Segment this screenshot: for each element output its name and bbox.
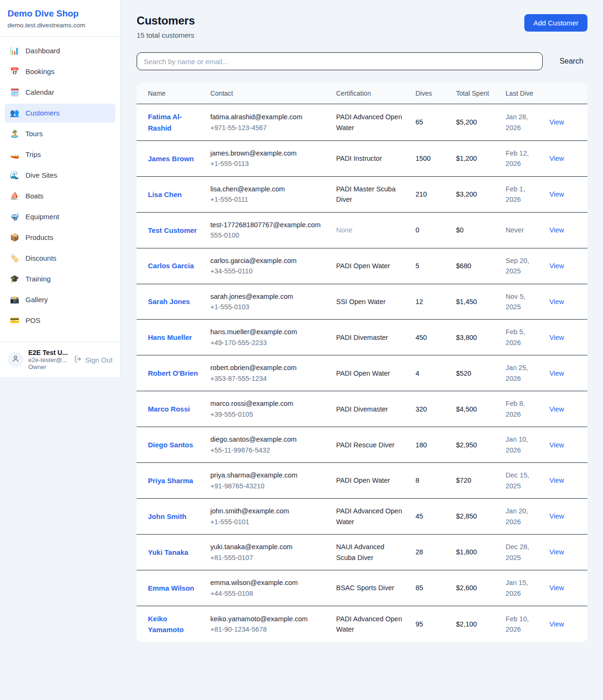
view-link[interactable]: View (549, 118, 564, 126)
customer-email: marco.rossi@example.com (211, 398, 325, 409)
customer-total-spent: $2,850 (456, 512, 477, 520)
customer-dives: 210 (416, 190, 427, 198)
view-link[interactable]: View (549, 190, 564, 198)
customer-dives: 4 (416, 370, 419, 377)
main-content: Customers 15 total customers Add Custome… (121, 0, 603, 655)
customer-name-link[interactable]: Priya Sharma (148, 477, 193, 485)
customer-total-spent: $5,200 (456, 118, 477, 126)
customer-email: fatima.alrashid@example.com (211, 112, 325, 122)
sidebar-item-label: Dashboard (25, 47, 60, 55)
customer-dives: 5 (416, 262, 419, 270)
page-title: Customers (137, 14, 195, 27)
customer-name-link[interactable]: Diego Santos (148, 441, 193, 449)
view-link[interactable]: View (549, 155, 564, 162)
customer-last-dive: Never (505, 226, 524, 234)
customer-name-link[interactable]: Carlos Garcia (148, 262, 194, 270)
customers-table-card: NameContactCertificationDivesTotal Spent… (137, 83, 587, 642)
sidebar: Demo Dive Shop demo.test.divestreams.com… (0, 0, 121, 377)
tours-icon: 🏝️ (9, 129, 20, 138)
view-link[interactable]: View (549, 262, 564, 270)
customer-name-link[interactable]: Marco Rossi (148, 405, 190, 413)
sidebar-item-products[interactable]: 📦Products (5, 228, 115, 247)
search-button[interactable]: Search (555, 57, 587, 66)
sidebar-item-boats[interactable]: ⛵Boats (5, 187, 115, 206)
column-header-last-dive: Last Dive (500, 83, 544, 104)
view-link[interactable]: View (549, 370, 564, 377)
sidebar-item-gallery[interactable]: 📸Gallery (5, 290, 115, 309)
view-link[interactable]: View (549, 298, 564, 305)
trips-icon: 🚤 (9, 150, 20, 159)
table-row: Emma Wilson emma.wilson@example.com +44-… (137, 570, 587, 606)
customer-certification: PADI Instructor (336, 155, 382, 162)
view-link[interactable]: View (549, 226, 564, 234)
customer-name-link[interactable]: Test Customer (148, 226, 197, 234)
customer-phone: +39-555-0105 (211, 409, 325, 420)
customer-name-link[interactable]: Sarah Jones (148, 297, 190, 305)
sidebar-item-equipment[interactable]: 🤿Equipment (5, 207, 115, 226)
customer-last-dive: Jan 20, 2026 (505, 507, 528, 525)
sidebar-item-customers[interactable]: 👥Customers (5, 104, 115, 123)
user-meta: E2E Test U... e2e-tester@... Owner (28, 349, 69, 371)
customer-name-link[interactable]: Robert O'Brien (148, 369, 198, 377)
calendar-icon: 🗓️ (9, 88, 20, 97)
table-row: Fatima Al-Rashid fatima.alrashid@example… (137, 104, 587, 141)
customer-name-link[interactable]: James Brown (148, 155, 194, 163)
sidebar-item-trips[interactable]: 🚤Trips (5, 145, 115, 164)
customer-name-link[interactable]: Lisa Chen (148, 190, 182, 198)
user-section: E2E Test U... e2e-tester@... Owner Sign … (0, 342, 120, 377)
sidebar-item-label: Discounts (25, 254, 57, 262)
customer-dives: 320 (416, 405, 427, 413)
sidebar-item-bookings[interactable]: 📅Bookings (5, 62, 115, 81)
bookings-icon: 📅 (9, 67, 20, 76)
table-row: Marco Rossi marco.rossi@example.com +39-… (137, 391, 587, 427)
customer-certification: PADI Advanced Open Water (336, 507, 402, 525)
page-header: Customers 15 total customers Add Custome… (137, 14, 587, 39)
customer-name-link[interactable]: Fatima Al-Rashid (148, 113, 182, 132)
view-link[interactable]: View (549, 620, 564, 628)
customer-name-link[interactable]: Yuki Tanaka (148, 548, 188, 556)
sidebar-item-discounts[interactable]: 🏷️Discounts (5, 249, 115, 268)
sidebar-item-training[interactable]: 🎓Training (5, 270, 115, 288)
add-customer-button[interactable]: Add Customer (524, 14, 587, 32)
customer-email: priya.sharma@example.com (211, 470, 325, 480)
sidebar-item-tours[interactable]: 🏝️Tours (5, 124, 115, 143)
search-input[interactable] (137, 52, 543, 70)
customer-certification: SSI Open Water (336, 298, 386, 305)
table-header: NameContactCertificationDivesTotal Spent… (137, 83, 587, 104)
sign-out-label: Sign Out (85, 356, 113, 364)
customer-phone: +1-555-0111 (211, 194, 325, 205)
table-row: Sarah Jones sarah.jones@example.com +1-5… (137, 284, 587, 320)
customer-total-spent: $3,200 (456, 190, 477, 198)
sign-out-button[interactable]: Sign Out (74, 355, 113, 364)
sidebar-item-pos[interactable]: 💳POS (5, 311, 115, 330)
customer-last-dive: Feb 10, 2026 (505, 615, 529, 633)
customer-dives: 65 (416, 118, 423, 126)
sidebar-item-calendar[interactable]: 🗓️Calendar (5, 83, 115, 102)
view-link[interactable]: View (549, 334, 564, 341)
customer-name-link[interactable]: Hans Mueller (148, 333, 192, 341)
view-link[interactable]: View (549, 477, 564, 484)
view-link[interactable]: View (549, 548, 564, 556)
customer-total-spent: $680 (456, 262, 471, 270)
view-link[interactable]: View (549, 512, 564, 520)
view-link[interactable]: View (549, 441, 564, 449)
customer-name-link[interactable]: Emma Wilson (148, 584, 194, 592)
sidebar-item-dashboard[interactable]: 📊Dashboard (5, 41, 115, 60)
column-header-total-spent: Total Spent (450, 83, 500, 104)
table-row: Lisa Chen lisa.chen@example.com +1-555-0… (137, 176, 587, 212)
customer-name-link[interactable]: John Smith (148, 512, 187, 520)
table-row: James Brown james.brown@example.com +1-5… (137, 140, 587, 176)
customer-total-spent: $2,100 (456, 620, 477, 628)
sidebar-item-label: Tours (25, 130, 43, 138)
customer-count: 15 total customers (137, 31, 195, 39)
view-link[interactable]: View (549, 584, 564, 592)
sidebar-item-dive-sites[interactable]: 🌊Dive Sites (5, 166, 115, 185)
customer-total-spent: $1,800 (456, 548, 477, 556)
pos-icon: 💳 (9, 316, 20, 325)
view-link[interactable]: View (549, 405, 564, 413)
customer-name-link[interactable]: Keiko Yamamoto (148, 615, 184, 634)
dashboard-icon: 📊 (9, 46, 20, 55)
customer-email: hans.mueller@example.com (211, 327, 325, 337)
customer-total-spent: $2,950 (456, 441, 477, 449)
customer-total-spent: $520 (456, 370, 471, 377)
